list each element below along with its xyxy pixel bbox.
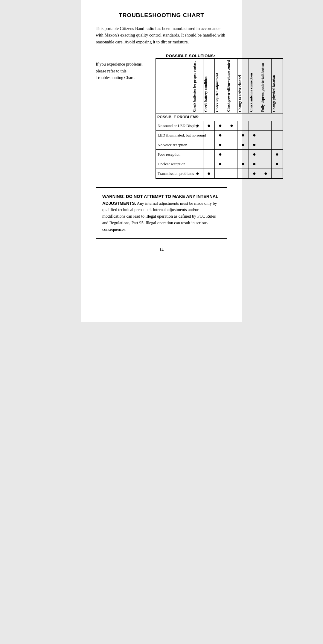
column-header-1: Check battery condition [203,59,215,113]
dot-cell-3-2: ● [215,150,226,159]
dot-cell-4-2: ● [215,159,226,169]
column-header-4: Change to active channel [237,59,249,113]
problem-label-2: No voice reception [156,140,192,150]
column-header-3: Check power off/on-volume control [226,59,237,113]
dot-cell-1-4: ● [237,131,249,140]
dot-cell-5-1: ● [203,169,215,178]
page: TROUBLESHOOTING CHART This portable Citi… [81,0,242,322]
chart-upper: If you experience problems, please refer… [96,58,227,179]
column-header-text-4: Change to active channel [238,75,242,112]
problem-label-5: Transmission problems [156,169,192,178]
column-header-6: Fully depress push-to-talk button [260,59,272,113]
column-header-row: Check batteries for proper contactCheck … [156,59,283,113]
table-row-0: No sound or LED Display●●●● [156,121,283,131]
dot-cell-5-7 [272,169,283,178]
troubleshooting-table: Check batteries for proper contactCheck … [156,58,283,178]
problems-header-label: POSSIBLE PROBLEMS: [156,113,283,121]
dot-cell-5-4 [237,169,249,178]
header-empty-cell [156,59,192,113]
dot-cell-2-0 [192,140,203,150]
problems-intro-text: If you experience problems, please refer… [96,58,156,179]
dot-cell-4-6 [260,159,272,169]
dot-cell-3-0 [192,150,203,159]
page-title: TROUBLESHOOTING CHART [96,12,227,19]
troubleshooting-table-wrapper: Check batteries for proper contactCheck … [156,58,283,179]
dot-cell-5-2 [215,169,226,178]
table-row-2: No voice reception●●● [156,140,283,150]
problem-label-1: LED illuminated, but no sound [156,131,192,140]
warning-normal-text: Any internal adjustments must be made on… [102,201,217,232]
dot-cell-4-7: ● [272,159,283,169]
dot-cell-4-5: ● [249,159,260,169]
dot-cell-0-1: ● [203,121,215,131]
dot-cell-0-6 [260,121,272,131]
table-row-4: Unclear reception●●●● [156,159,283,169]
dot-cell-3-1 [203,150,215,159]
chart-section: POSSIBLE SOLUTIONS: If you experience pr… [96,54,227,179]
dot-cell-3-4 [237,150,249,159]
column-header-text-2: Check squelch adjustment [215,73,220,112]
column-header-text-7: Change physical location [272,75,276,112]
dot-cell-4-4: ● [237,159,249,169]
dot-cell-4-1 [203,159,215,169]
column-header-text-3: Check power off/on-volume control [227,60,231,112]
dot-cell-2-4: ● [237,140,249,150]
dot-cell-5-5: ● [249,169,260,178]
possible-solutions-label: POSSIBLE SOLUTIONS: [154,54,227,58]
dot-cell-1-2: ● [215,131,226,140]
dot-cell-3-3 [226,150,237,159]
dot-cell-4-0 [192,159,203,169]
warning-box: WARNING: DO NOT ATTEMPT TO MAKE ANY INTE… [96,187,227,239]
dot-cell-1-3 [226,131,237,140]
column-header-0: Check batteries for proper contact [192,59,203,113]
problem-label-0: No sound or LED Display [156,121,192,131]
dot-cell-2-7 [272,140,283,150]
dot-cell-5-3 [226,169,237,178]
dot-cell-1-6 [260,131,272,140]
table-row-5: Transmission problems●●●● [156,169,283,178]
column-header-7: Change physical location [272,59,283,113]
column-header-text-0: Check batteries for proper contact [193,61,197,112]
dot-cell-0-3: ● [226,121,237,131]
column-header-5: Check antenna connection [249,59,260,113]
column-header-text-6: Fully depress push-to-talk button [261,63,265,112]
table-row-1: LED illuminated, but no sound●●● [156,131,283,140]
problem-label-3: Poor reception [156,150,192,159]
dot-cell-0-2: ● [215,121,226,131]
dot-cell-2-6 [260,140,272,150]
dot-cell-2-5: ● [249,140,260,150]
dot-cell-4-3 [226,159,237,169]
dot-cell-5-6: ● [260,169,272,178]
problems-header-row: POSSIBLE PROBLEMS: [156,113,283,121]
column-header-text-5: Check antenna connection [249,73,254,112]
intro-text: This portable Citizens Band radio has be… [96,25,227,45]
dot-cell-0-7 [272,121,283,131]
problem-label-4: Unclear reception [156,159,192,169]
column-header-2: Check squelch adjustment [215,59,226,113]
dot-cell-3-5: ● [249,150,260,159]
dot-cell-3-6 [260,150,272,159]
dot-cell-2-3 [226,140,237,150]
dot-cell-3-7: ● [272,150,283,159]
column-header-text-1: Check battery condition [204,76,208,112]
dot-cell-0-4 [237,121,249,131]
dot-cell-2-2: ● [215,140,226,150]
dot-cell-1-5: ● [249,131,260,140]
table-row-3: Poor reception●●● [156,150,283,159]
dot-cell-2-1 [203,140,215,150]
page-number: 14 [96,248,227,252]
dot-cell-1-7 [272,131,283,140]
dot-cell-0-5 [249,121,260,131]
